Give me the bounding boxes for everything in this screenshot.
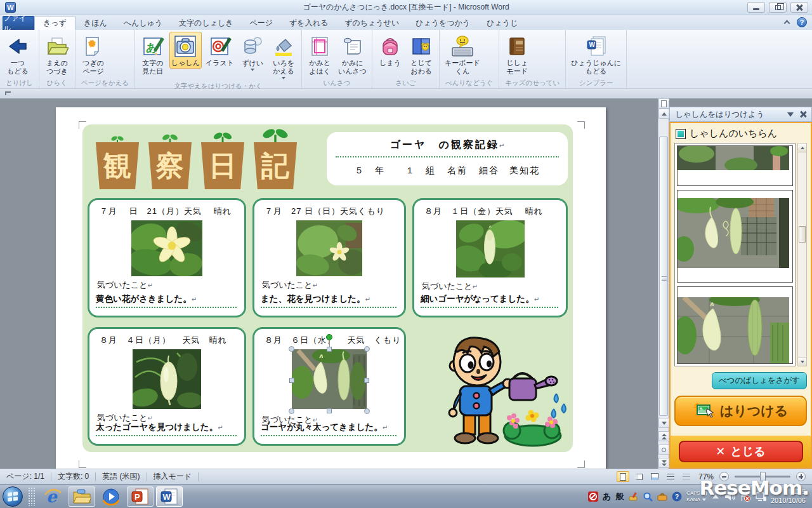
observation-card-5[interactable]: ８月 ６日（水） 天気 くもり 気づいたこ	[252, 327, 406, 446]
list-scrollbar-thumb[interactable]	[799, 226, 806, 243]
tab-text-format[interactable]: 文字のしょしき	[171, 16, 241, 30]
next-page-scroll-button[interactable]	[658, 458, 669, 468]
previous-page-button[interactable]	[658, 431, 669, 441]
collapse-ribbon-button[interactable]	[782, 18, 792, 27]
observation-card-2[interactable]: ７月 27 日（日）天気くもり 気づいたこと↵ また、花を見つけました。↵	[252, 198, 406, 318]
resize-handle-s[interactable]	[327, 408, 332, 413]
photo-two-gourds[interactable]	[292, 349, 367, 409]
outline-view-button[interactable]	[664, 471, 677, 482]
close-finish-button[interactable]: とじて おわる	[407, 32, 436, 77]
document-scrollbar[interactable]	[658, 98, 669, 469]
observation-card-4[interactable]: ８月 ４日（月） 天気 晴れ 気づいたこと↵ 太ったゴーヤを見つけました。↵	[88, 327, 246, 446]
photo-list-items[interactable]	[674, 143, 796, 366]
security-tray-icon[interactable]	[588, 491, 598, 502]
resize-handle-e[interactable]	[364, 378, 369, 383]
photo-small-flower[interactable]	[296, 220, 362, 276]
observation-card-1[interactable]: ７月 日 21（月）天気 晴れ 気づいたこと↵ 黄色い花がさきました。↵	[88, 198, 246, 318]
print-button[interactable]: かみに いんさつ	[336, 32, 369, 77]
rotate-handle[interactable]	[326, 334, 332, 340]
windows-explorer-button[interactable]	[69, 486, 95, 507]
observation-card-3[interactable]: ８月 １日（金）天気 晴れ 気づいたこと↵ 細いゴーヤがなってました。↵	[412, 198, 568, 318]
status-word-count[interactable]: 文字数: 0	[51, 469, 95, 484]
tab-insert-picture[interactable]: ずを入れる	[281, 16, 336, 30]
help-tray-icon[interactable]: ?	[672, 491, 682, 502]
draft-view-button[interactable]	[680, 471, 693, 482]
close-pane-button[interactable]: ✕ とじる	[679, 441, 803, 462]
photo-button[interactable]: しゃしん	[169, 32, 202, 69]
word-taskbar-button[interactable]: W	[156, 486, 183, 507]
resize-handle-w[interactable]	[289, 378, 294, 383]
resize-handle-n[interactable]	[327, 347, 332, 352]
return-standard-button[interactable]: W ひょうじゅんに もどる	[569, 32, 623, 77]
select-browse-object-button[interactable]	[658, 444, 669, 455]
media-player-button[interactable]	[98, 486, 124, 507]
resemom-watermark: ReseMom.	[699, 476, 809, 499]
close-button[interactable]	[790, 2, 808, 13]
keyboard-kun-button[interactable]: キーボード くん	[443, 32, 482, 77]
help-button[interactable]: ?	[797, 17, 807, 27]
resize-handle-ne[interactable]	[364, 346, 370, 352]
resize-handle-sw[interactable]	[289, 408, 294, 414]
change-color-button[interactable]: いろを かえる	[269, 32, 298, 81]
next-page-button[interactable]: つぎの ページ	[79, 32, 108, 77]
resize-handle-se[interactable]	[364, 408, 370, 414]
powerpoint-button[interactable]: P	[127, 486, 154, 507]
scroll-down-button[interactable]	[658, 418, 669, 428]
photo-thumbnail-2[interactable]	[677, 190, 793, 283]
diary-header-box[interactable]: ゴーヤ の観察記録↵ ５ 年 １ 組 名前 細谷 美知花	[327, 132, 568, 185]
tab-kids[interactable]: きっず	[34, 16, 75, 30]
photo-fat-gourd[interactable]	[133, 349, 201, 409]
list-scroll-up-button[interactable]	[798, 144, 806, 152]
view-ruler-button[interactable]	[658, 98, 669, 109]
task-pane-title-bar[interactable]: しゃしんをはりつけよう	[669, 107, 812, 122]
dictionary-mode-button[interactable]: じしょ モード	[502, 32, 532, 77]
open-previous-button[interactable]: まえの つづき	[43, 32, 72, 77]
ime-conversion-mode[interactable]: 般	[615, 491, 624, 502]
status-bar: ページ: 1/1 文字数: 0 英語 (米国) 挿入モード 77%	[0, 469, 812, 484]
photo-thin-gourd[interactable]	[456, 220, 525, 277]
list-scroll-down-button[interactable]	[798, 357, 806, 366]
margin-mark	[577, 460, 585, 468]
shapes-button[interactable]: ずけい	[238, 32, 267, 72]
minimize-button[interactable]	[747, 2, 765, 13]
tab-page[interactable]: ページ	[242, 16, 282, 30]
tab-file[interactable]: ファイル	[3, 16, 34, 30]
search-other-location-button[interactable]: べつのばしょをさがす	[712, 372, 807, 389]
photo-yellow-flower[interactable]	[131, 220, 202, 276]
tab-edit[interactable]: へんしゅう	[115, 16, 171, 30]
status-language[interactable]: 英語 (米国)	[96, 469, 146, 484]
document-page[interactable]: 観 察 日 記 ゴーヤ の観察記録↵	[56, 107, 606, 469]
scrollbar-thumb[interactable]	[659, 137, 668, 416]
ime-pad-icon[interactable]	[628, 491, 638, 502]
paste-photo-button[interactable]: はりつける	[674, 396, 807, 426]
pane-close-icon[interactable]	[800, 111, 806, 117]
ribbon-group-undo: 一つ もどる とりけし	[0, 30, 39, 88]
status-page[interactable]: ページ: 1/1	[0, 469, 51, 484]
start-button[interactable]	[3, 486, 23, 507]
selected-photo-wrapper[interactable]	[292, 349, 367, 411]
scroll-up-button[interactable]	[658, 109, 669, 119]
restore-button[interactable]	[769, 2, 787, 13]
tab-basic[interactable]: きほん	[75, 16, 115, 30]
photo-thumbnail-1[interactable]	[677, 145, 793, 186]
ime-input-mode[interactable]: あ	[603, 491, 611, 502]
illustration-button[interactable]: イラスト	[204, 32, 236, 69]
web-layout-view-button[interactable]	[648, 471, 661, 482]
tab-view[interactable]: ひょうじ	[478, 16, 526, 30]
tab-table[interactable]: ひょうをつかう	[407, 16, 478, 30]
ime-search-icon[interactable]	[643, 491, 653, 502]
print-layout-view-button[interactable]	[617, 471, 629, 482]
undo-button[interactable]: 一つ もどる	[3, 32, 32, 77]
save-away-button[interactable]: しまう	[376, 32, 405, 69]
status-insert-mode[interactable]: 挿入モード	[147, 469, 199, 484]
photo-thumbnail-3[interactable]	[677, 286, 793, 364]
tab-adjust-picture[interactable]: ずのちょうせい	[336, 16, 407, 30]
text-style-button[interactable]: あ 文字の 見た目	[138, 32, 167, 77]
photo-list-scrollbar[interactable]	[797, 143, 807, 366]
resize-handle-nw[interactable]	[289, 346, 294, 352]
fullscreen-reading-view-button[interactable]	[632, 471, 645, 482]
internet-explorer-button[interactable]: e	[39, 486, 66, 507]
ime-toolbox-icon[interactable]	[657, 491, 667, 502]
pane-menu-arrow-icon[interactable]	[787, 112, 794, 117]
paper-margin-button[interactable]: かみと よはく	[305, 32, 334, 77]
